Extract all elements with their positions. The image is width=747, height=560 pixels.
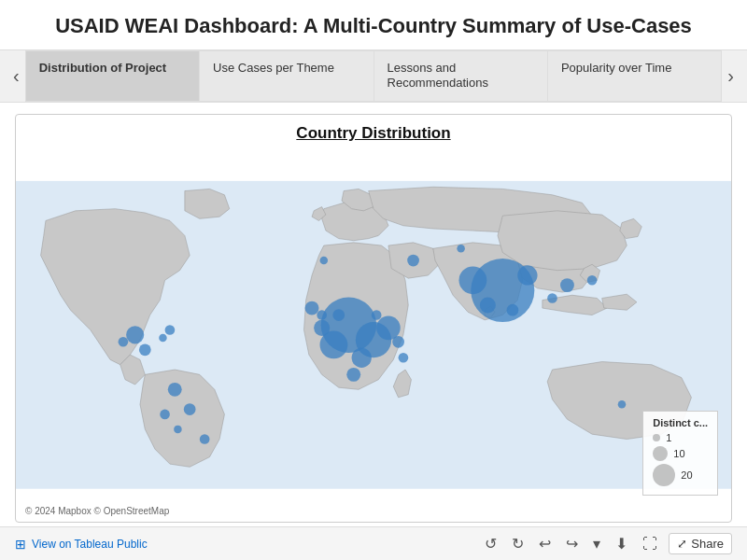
tab-bar-wrapper: ‹ Distribution of Project Use Cases per …: [0, 49, 747, 104]
expand-button[interactable]: ⛶: [639, 534, 661, 554]
legend-item-1: 1: [653, 432, 708, 443]
legend-circle-small: [653, 434, 660, 441]
share-icon: ⤢: [677, 537, 687, 551]
svg-point-11: [458, 267, 486, 295]
legend-label-1: 1: [666, 432, 671, 443]
dropdown-button[interactable]: ▾: [589, 533, 604, 554]
svg-point-25: [200, 435, 210, 445]
tab-distribution[interactable]: Distribution of Project: [25, 50, 199, 103]
undo-button[interactable]: ↺: [481, 533, 500, 554]
world-map-svg: [16, 148, 731, 522]
svg-point-26: [407, 255, 419, 267]
svg-point-21: [168, 383, 182, 397]
svg-point-7: [346, 368, 360, 382]
map-attribution: © 2024 Mapbox © OpenStreetMap: [25, 506, 169, 516]
svg-point-22: [184, 404, 196, 416]
legend-item-20: 20: [653, 464, 708, 486]
legend-item-10: 10: [653, 446, 708, 461]
svg-point-34: [320, 257, 329, 265]
legend-label-20: 20: [681, 469, 692, 481]
legend-circle-medium: [653, 446, 668, 461]
svg-point-15: [560, 279, 574, 293]
svg-point-13: [480, 298, 496, 314]
svg-point-20: [119, 337, 129, 347]
legend-label-10: 10: [673, 448, 684, 459]
legend: Distinct c... 1 10 20: [642, 411, 718, 496]
svg-point-29: [305, 301, 319, 315]
header: USAID WEAI Dashboard: A Multi-Country Su…: [0, 0, 747, 49]
svg-point-14: [507, 304, 519, 316]
svg-point-31: [165, 326, 176, 336]
tab-bar: Distribution of Project Use Cases per Th…: [25, 50, 723, 103]
svg-point-17: [587, 275, 598, 286]
svg-point-19: [139, 344, 151, 357]
svg-point-6: [314, 320, 330, 336]
tab-prev-button[interactable]: ‹: [7, 66, 25, 85]
tab-next-button[interactable]: ›: [722, 66, 740, 85]
svg-point-24: [174, 426, 182, 434]
chart-container: Country Distribution: [15, 114, 732, 523]
svg-point-35: [457, 245, 465, 253]
legend-circle-large: [653, 464, 675, 486]
tab-lessons[interactable]: Lessons and Recommendations: [374, 50, 547, 103]
download-button[interactable]: ⬇: [612, 533, 631, 554]
chart-title: Country Distribution: [16, 115, 731, 148]
svg-point-27: [392, 336, 404, 348]
svg-point-9: [372, 311, 382, 321]
tableau-link[interactable]: ⊞ View on Tableau Public: [15, 537, 148, 552]
share-label: Share: [691, 537, 724, 551]
page-wrapper: USAID WEAI Dashboard: A Multi-Country Su…: [0, 0, 747, 560]
svg-point-4: [352, 348, 372, 368]
footer-controls: ↺ ↻ ↩ ↪ ▾ ⬇ ⛶ ⤢ Share: [481, 533, 732, 554]
page-title: USAID WEAI Dashboard: A Multi-Country Su…: [19, 13, 728, 40]
map-area: Distinct c... 1 10 20 © 2024 Map: [16, 148, 731, 522]
svg-point-16: [547, 294, 557, 304]
share-button[interactable]: ⤢ Share: [669, 533, 732, 554]
svg-point-33: [618, 400, 627, 409]
svg-point-18: [126, 327, 144, 344]
tableau-icon: ⊞: [15, 537, 26, 552]
legend-title: Distinct c...: [653, 417, 708, 428]
svg-point-30: [317, 311, 327, 321]
redo-button[interactable]: ↻: [508, 533, 528, 554]
svg-point-8: [332, 310, 345, 322]
main-content: Country Distribution: [0, 103, 747, 526]
tab-popularity[interactable]: Popularity over Time: [547, 50, 722, 103]
forward-button[interactable]: ↪: [562, 533, 582, 554]
svg-point-23: [160, 410, 170, 420]
revert-button[interactable]: ↩: [535, 533, 555, 554]
tableau-link-label: View on Tableau Public: [32, 538, 148, 551]
tab-usecases[interactable]: Use Cases per Theme: [199, 50, 373, 103]
svg-point-28: [399, 353, 409, 363]
footer: ⊞ View on Tableau Public ↺ ↻ ↩ ↪ ▾ ⬇ ⛶ ⤢…: [0, 526, 747, 560]
svg-point-12: [517, 266, 537, 286]
svg-point-32: [159, 334, 167, 343]
